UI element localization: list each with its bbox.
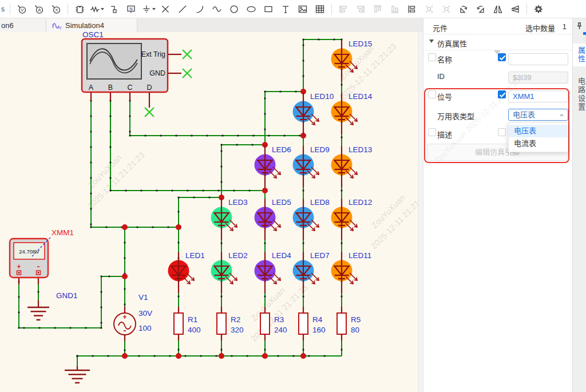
- led-LED4[interactable]: LED4: [255, 251, 292, 294]
- oscilloscope-osc1[interactable]: Ext TrigGNDABCDOSC1: [82, 32, 168, 92]
- watermark: ZouYuXuan2025-12-11 21:21:23: [76, 140, 146, 211]
- led-LED6[interactable]: LED6: [255, 145, 291, 188]
- wire-dot: [216, 355, 217, 357]
- distribute-v-icon[interactable]: [438, 2, 455, 17]
- name-label-checkbox[interactable]: [428, 53, 436, 61]
- chip-icon[interactable]: [71, 2, 88, 17]
- draw-circle-icon[interactable]: [225, 2, 243, 17]
- led-LED5[interactable]: LED5: [255, 198, 291, 240]
- flip-h-icon[interactable]: [489, 2, 506, 17]
- wire-dot: [264, 91, 266, 93]
- side-tab-properties[interactable]: 属性: [573, 43, 586, 66]
- led-LED8[interactable]: LED8: [293, 198, 330, 240]
- pin-icon[interactable]: [575, 22, 584, 30]
- resistor-R5[interactable]: R580: [337, 313, 361, 334]
- rotate-cw-icon[interactable]: [472, 2, 489, 17]
- draw-ellipse-icon[interactable]: [243, 2, 260, 17]
- panel-header: 元件 选中数量 1: [423, 18, 572, 34]
- draw-line-icon[interactable]: [174, 2, 191, 17]
- probe-voltage-icon[interactable]: V: [13, 2, 30, 17]
- distribute-h-icon[interactable]: [421, 2, 438, 17]
- name-visible-checkbox[interactable]: [498, 53, 506, 61]
- led-LED13[interactable]: LED13: [331, 145, 373, 188]
- led-LED12[interactable]: LED12: [331, 198, 373, 240]
- designator-label-checkbox[interactable]: [428, 90, 436, 98]
- resistor-R2[interactable]: R2320: [217, 313, 244, 334]
- led-LED14[interactable]: LED14: [331, 92, 373, 134]
- voltage-source-v1[interactable]: +-V130V100: [114, 293, 152, 335]
- description-label-checkbox[interactable]: [428, 128, 436, 136]
- led-arrow-icon: [187, 273, 194, 280]
- settings-gear-icon[interactable]: [530, 2, 547, 17]
- resistor-R4[interactable]: R4160: [299, 313, 326, 334]
- led-LED9[interactable]: LED9: [293, 145, 330, 188]
- wire-dot: [124, 350, 126, 351]
- simulation-props-section[interactable]: 仿真属性: [423, 34, 572, 50]
- distribute-left-icon[interactable]: [403, 2, 421, 17]
- wire-junction: [300, 353, 306, 359]
- led-LED11[interactable]: LED11: [331, 251, 372, 294]
- wire-dot: [264, 129, 266, 130]
- toolbar: sVAXN: [0, 0, 586, 18]
- net-flag-icon[interactable]: N: [122, 2, 140, 17]
- dropdown-caret-icon: [152, 8, 156, 10]
- wire-dot: [129, 116, 131, 117]
- svg-text:V1: V1: [138, 293, 148, 302]
- wire-dot: [90, 224, 92, 225]
- ground-symbol[interactable]: [65, 370, 90, 383]
- align-right-icon[interactable]: [352, 2, 369, 17]
- meter-type-select[interactable]: 电压表: [508, 109, 568, 121]
- wire[interactable]: [110, 101, 265, 191]
- name-input[interactable]: [508, 53, 568, 65]
- resistor-R3[interactable]: R3240: [260, 313, 287, 334]
- insert-image-icon[interactable]: [294, 2, 311, 17]
- description-visible-checkbox[interactable]: [498, 128, 506, 136]
- resistor-icon[interactable]: [88, 2, 105, 17]
- option-ammeter[interactable]: 电流表: [509, 137, 568, 150]
- align-bottom-icon[interactable]: [386, 2, 403, 17]
- draw-arc-icon[interactable]: [191, 2, 208, 17]
- resistor-R1[interactable]: R1400: [174, 313, 201, 334]
- multimeter-xmm1[interactable]: 24.708V+-XMM1: [10, 228, 74, 278]
- led-LED3[interactable]: LED3: [211, 198, 248, 240]
- wire[interactable]: [130, 101, 303, 136]
- insert-table-icon[interactable]: [311, 2, 328, 17]
- led-LED10[interactable]: LED10: [293, 92, 334, 134]
- flip-v-icon[interactable]: [506, 2, 524, 17]
- wire-dot: [253, 135, 255, 137]
- side-tab-circuit-settings[interactable]: 电路设置: [573, 74, 586, 114]
- wire-dot: [178, 296, 180, 298]
- schematic-canvas[interactable]: ZouYuXuan2025-12-11 21:21:23ZouYuXuan202…: [0, 32, 418, 392]
- wire-dot: [23, 327, 25, 329]
- svg-text:R5: R5: [351, 315, 361, 324]
- draw-text-icon[interactable]: [277, 2, 294, 17]
- designator-input[interactable]: [508, 90, 568, 102]
- svg-text:B: B: [108, 84, 113, 92]
- wire[interactable]: [19, 276, 125, 328]
- align-left-icon[interactable]: [335, 2, 352, 17]
- ground-symbol[interactable]: [27, 307, 49, 320]
- canvas-scrollbar[interactable]: [418, 32, 423, 392]
- ground-icon[interactable]: [140, 2, 157, 17]
- led-arrow-icon: [229, 220, 237, 227]
- led-arrow-icon: [350, 220, 357, 227]
- probe-current-icon[interactable]: A: [30, 2, 47, 17]
- wire-junction: [122, 224, 128, 230]
- delete-x-icon[interactable]: [157, 2, 174, 17]
- tab-simulation4[interactable]: N Simulation4: [46, 18, 137, 32]
- led-LED2[interactable]: LED2: [211, 251, 248, 294]
- wire-dot: [178, 211, 180, 213]
- draw-bezier-icon[interactable]: [208, 2, 225, 17]
- wire-junction: [176, 224, 181, 230]
- wire-dot: [18, 327, 20, 329]
- align-top-icon[interactable]: [369, 2, 386, 17]
- draw-rect-icon[interactable]: [260, 2, 277, 17]
- probe-x-icon[interactable]: X: [47, 2, 65, 17]
- rotate-ccw-icon[interactable]: [455, 2, 472, 17]
- tab-on6[interactable]: on6: [0, 18, 46, 32]
- net-port-icon[interactable]: [105, 2, 122, 17]
- led-LED1[interactable]: LED1: [168, 251, 205, 294]
- led-LED7[interactable]: LED7: [293, 251, 330, 294]
- svg-text:A: A: [38, 7, 41, 13]
- option-voltmeter[interactable]: 电压表: [509, 125, 568, 137]
